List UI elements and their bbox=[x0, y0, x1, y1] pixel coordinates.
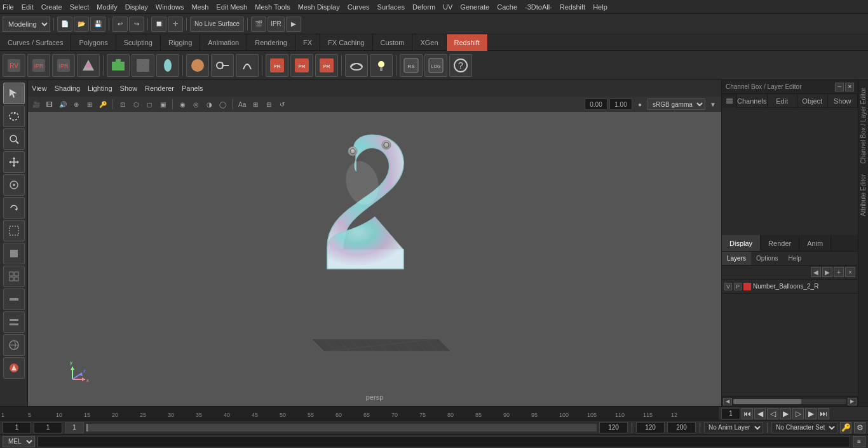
save-file-btn[interactable]: 💾 bbox=[90, 17, 105, 32]
shelf-icon-10[interactable] bbox=[236, 54, 259, 77]
panel-collapse-btn[interactable]: ─ bbox=[835, 83, 844, 92]
cmd-lang-selector[interactable]: MEL bbox=[3, 436, 35, 447]
step-back-btn[interactable]: ◀ bbox=[754, 408, 766, 419]
grid-btn[interactable] bbox=[3, 266, 25, 287]
play-btn[interactable]: ▶ bbox=[780, 408, 791, 419]
mode-tab-xgen[interactable]: XGen bbox=[412, 34, 446, 51]
cmd-script-editor-btn[interactable]: ≡ bbox=[853, 436, 865, 447]
rotate-tool-btn[interactable] bbox=[3, 197, 25, 219]
mode-tab-fx-caching[interactable]: FX Caching bbox=[320, 34, 372, 51]
vp-snap2-btn[interactable]: ⊞ bbox=[84, 98, 95, 110]
vp-smooth-btn[interactable]: ⬡ bbox=[130, 98, 142, 110]
no-live-surface-btn[interactable]: No Live Surface bbox=[190, 17, 244, 32]
shelf-icon-log[interactable]: LOG bbox=[424, 54, 447, 77]
shelf-icon-6[interactable] bbox=[132, 54, 154, 77]
shelf-icon-rs-mat[interactable]: RS bbox=[400, 54, 423, 77]
global-stitch-btn[interactable] bbox=[3, 334, 25, 356]
shelf-icon-redshift-3[interactable]: PR bbox=[315, 54, 338, 77]
menu-curves[interactable]: Curves bbox=[348, 3, 370, 11]
shelf-icon-redshift-1[interactable]: PR bbox=[266, 54, 288, 77]
exposure-field[interactable] bbox=[609, 98, 632, 110]
vp-circle-btn[interactable]: ◎ bbox=[190, 98, 201, 110]
disp-tab-anim[interactable]: Anim bbox=[799, 235, 831, 251]
char-set-selector[interactable]: No Character Set bbox=[771, 422, 837, 433]
expand-btn[interactable] bbox=[3, 311, 25, 333]
mode-tab-curves-surfaces[interactable]: Curves / Surfaces bbox=[0, 34, 71, 51]
scroll-track[interactable] bbox=[733, 399, 846, 404]
move-tool-btn[interactable] bbox=[3, 151, 25, 173]
vp-refresh-btn[interactable]: ↺ bbox=[276, 98, 288, 110]
vp-wireframe-btn[interactable]: ⊡ bbox=[117, 98, 128, 110]
playback-frame2-field[interactable] bbox=[65, 422, 84, 433]
playback-end-field[interactable] bbox=[599, 422, 628, 433]
range-start-field[interactable] bbox=[636, 422, 665, 433]
new-file-btn[interactable]: 📄 bbox=[57, 17, 72, 32]
vp-grid2-btn[interactable]: ⊟ bbox=[263, 98, 275, 110]
anim-layer-selector[interactable]: No Anim Layer bbox=[704, 422, 763, 433]
shelf-icon-3[interactable]: IPR bbox=[52, 54, 75, 77]
char-set-key-btn[interactable]: 🔑 bbox=[840, 422, 851, 433]
scroll-left-btn[interactable]: ◀ bbox=[723, 398, 732, 405]
plus-btn[interactable] bbox=[3, 243, 25, 264]
shelf-icon-help[interactable]: ? bbox=[449, 54, 472, 77]
layer-tab-help[interactable]: Help bbox=[783, 252, 806, 265]
range-end-field[interactable] bbox=[667, 422, 696, 433]
step-fwd-btn[interactable]: ▶ bbox=[805, 408, 817, 419]
layer-tab-layers[interactable]: Layers bbox=[722, 252, 751, 265]
vp-color-chevron[interactable]: ▼ bbox=[707, 98, 719, 110]
mode-tab-custom[interactable]: Custom bbox=[373, 34, 413, 51]
menu-create[interactable]: Create bbox=[41, 3, 62, 11]
shelf-icon-rs-bowl[interactable] bbox=[345, 54, 368, 77]
panel-close-btn[interactable]: ✕ bbox=[845, 83, 854, 92]
vp-toggle-btn[interactable]: ▣ bbox=[157, 98, 168, 110]
shelf-icon-9[interactable] bbox=[211, 54, 234, 77]
layer-color-swatch[interactable] bbox=[743, 283, 751, 290]
disp-tab-display[interactable]: Display bbox=[722, 235, 761, 251]
vp-hdr-btn[interactable]: ● bbox=[634, 98, 646, 110]
render-view-btn[interactable]: 🎬 bbox=[251, 17, 266, 32]
vp-menu-lighting[interactable]: Lighting bbox=[88, 85, 112, 92]
mode-tab-rigging[interactable]: Rigging bbox=[161, 34, 200, 51]
vp-menu-view[interactable]: View bbox=[32, 85, 47, 92]
workspace-selector[interactable]: Modeling bbox=[3, 17, 50, 32]
playback-frame-display[interactable]: 1 bbox=[721, 408, 740, 419]
mode-tab-fx[interactable]: FX bbox=[295, 34, 320, 51]
menu-mesh[interactable]: Mesh bbox=[191, 3, 208, 11]
rewind-btn[interactable]: ⏮ bbox=[742, 408, 753, 419]
gamma-field[interactable] bbox=[585, 98, 607, 110]
menu-redshift[interactable]: Redshift bbox=[560, 3, 585, 11]
timeline[interactable]: 1 5 10 15 20 25 30 35 40 45 50 55 60 65 … bbox=[0, 406, 868, 420]
layer-remove-btn[interactable]: × bbox=[845, 267, 855, 277]
mode-tab-polygons[interactable]: Polygons bbox=[71, 34, 116, 51]
menu-3dto[interactable]: -3DtoAll- bbox=[525, 3, 552, 11]
mode-tab-animation[interactable]: Animation bbox=[200, 34, 247, 51]
menu-mesh-display[interactable]: Mesh Display bbox=[298, 3, 340, 11]
vp-film-btn[interactable]: 🎞 bbox=[44, 98, 55, 110]
ch-tab-channels[interactable]: Channels bbox=[737, 94, 768, 107]
vp-menu-show[interactable]: Show bbox=[120, 85, 138, 92]
color-space-selector[interactable]: sRGB gamma bbox=[648, 98, 705, 110]
layer-next-btn[interactable]: ▶ bbox=[822, 267, 832, 277]
attribute-editor-tab[interactable]: Attribute Editor bbox=[858, 169, 868, 221]
right-panel-scrollbar[interactable]: ◀ ▶ bbox=[722, 396, 858, 406]
mode-tab-sculpting[interactable]: Sculpting bbox=[116, 34, 161, 51]
vp-camera-btn[interactable]: 🎥 bbox=[31, 98, 42, 110]
cb-layer-editor-tab[interactable]: Channel Box / Layer Editor bbox=[858, 83, 868, 169]
disp-tab-render[interactable]: Render bbox=[761, 235, 799, 251]
marquee-btn[interactable] bbox=[3, 220, 25, 241]
fwd-end-btn[interactable]: ⏭ bbox=[818, 408, 829, 419]
layer-playback-p[interactable]: P bbox=[734, 283, 742, 290]
pb-settings-btn[interactable]: ⚙ bbox=[854, 422, 865, 433]
vp-aa-btn[interactable]: Aa bbox=[236, 98, 248, 110]
vp-vis-btn[interactable]: ◯ bbox=[217, 98, 228, 110]
menu-help[interactable]: Help bbox=[593, 3, 607, 11]
layer-prev-btn[interactable]: ◀ bbox=[811, 267, 821, 277]
shelf-icon-8[interactable] bbox=[186, 54, 209, 77]
menu-surfaces[interactable]: Surfaces bbox=[377, 3, 405, 11]
shelf-icon-4[interactable] bbox=[77, 54, 100, 77]
menu-display[interactable]: Display bbox=[125, 3, 148, 11]
ch-tab-object[interactable]: Object bbox=[797, 94, 828, 107]
mode-tab-rendering[interactable]: Rendering bbox=[247, 34, 295, 51]
shelf-icon-7[interactable] bbox=[156, 54, 179, 77]
scroll-right-btn[interactable]: ▶ bbox=[848, 398, 857, 405]
